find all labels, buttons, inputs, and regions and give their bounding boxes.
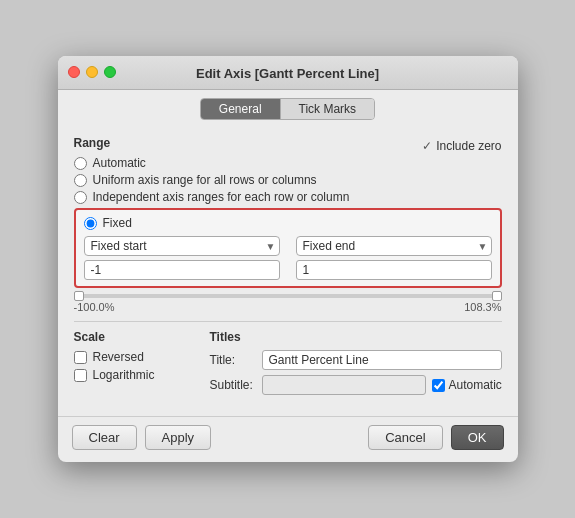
apply-button[interactable]: Apply [145,425,212,450]
maximize-button[interactable] [104,66,116,78]
ok-button[interactable]: OK [451,425,504,450]
logarithmic-checkbox[interactable] [74,369,87,382]
cancel-button[interactable]: Cancel [368,425,442,450]
scale-options: Reversed Logarithmic [74,350,194,382]
footer-left-buttons: Clear Apply [72,425,212,450]
subtitle-input[interactable] [262,375,426,395]
reversed-checkbox[interactable] [74,351,87,364]
window-controls [68,66,116,78]
auto-checkbox[interactable] [432,379,445,392]
reversed-option: Reversed [74,350,194,364]
footer-right-buttons: Cancel OK [368,425,503,450]
slider-right-label: 108.3% [464,301,501,313]
tab-group: General Tick Marks [200,98,375,120]
fixed-end-input[interactable] [296,260,492,280]
edit-axis-dialog: Edit Axis [Gantt Percent Line] General T… [58,56,518,462]
radio-automatic-input[interactable] [74,157,87,170]
tab-general[interactable]: General [201,99,281,119]
subtitle-field-row: Subtitle: Automatic [210,375,502,395]
fixed-range-box: Fixed Fixed start ▼ [74,208,502,288]
logarithmic-option: Logarithmic [74,368,194,382]
title-input[interactable] [262,350,502,370]
reversed-label: Reversed [93,350,144,364]
fixed-start-select-wrapper: Fixed start ▼ [84,236,280,256]
radio-fixed-label: Fixed [103,216,132,230]
include-zero-label-text: Include zero [436,139,501,153]
dialog-body: Range ✓ Include zero Automatic Uniform a… [58,126,518,412]
range-section: Range ✓ Include zero Automatic Uniform a… [74,136,502,313]
include-zero-option: ✓ Include zero [422,139,501,153]
radio-fixed-input[interactable] [84,217,97,230]
logarithmic-label: Logarithmic [93,368,155,382]
scale-section-label: Scale [74,330,194,344]
radio-fixed: Fixed [84,216,492,230]
slider-thumb-right[interactable] [492,291,502,301]
fixed-end-group: Fixed end ▼ [296,236,492,280]
slider-thumb-left[interactable] [74,291,84,301]
fixed-end-select[interactable]: Fixed end [296,236,492,256]
title-bar: Edit Axis [Gantt Percent Line] [58,56,518,90]
titles-section-label: Titles [210,330,502,344]
title-field-row: Title: [210,350,502,370]
radio-uniform-label: Uniform axis range for all rows or colum… [93,173,317,187]
titles-section: Titles Title: Subtitle: Automatic [210,330,502,400]
radio-automatic: Automatic [74,156,502,170]
close-button[interactable] [68,66,80,78]
radio-uniform-input[interactable] [74,174,87,187]
dialog-title: Edit Axis [Gantt Percent Line] [196,66,379,81]
range-section-label: Range [74,136,111,150]
tab-bar: General Tick Marks [58,90,518,126]
clear-button[interactable]: Clear [72,425,137,450]
radio-automatic-label: Automatic [93,156,146,170]
scale-section: Scale Reversed Logarithmic [74,330,194,400]
titles-fields: Title: Subtitle: Automatic [210,350,502,395]
radio-independent-input[interactable] [74,191,87,204]
tab-tick-marks[interactable]: Tick Marks [281,99,375,119]
slider-container: -100.0% 108.3% [74,294,502,313]
minimize-button[interactable] [86,66,98,78]
radio-independent: Independent axis ranges for each row or … [74,190,502,204]
slider-left-label: -100.0% [74,301,115,313]
fixed-start-select[interactable]: Fixed start [84,236,280,256]
auto-check-option: Automatic [432,378,502,392]
auto-label: Automatic [449,378,502,392]
slider-labels: -100.0% 108.3% [74,301,502,313]
radio-uniform: Uniform axis range for all rows or colum… [74,173,502,187]
fixed-start-input[interactable] [84,260,280,280]
range-slider-track[interactable] [74,294,502,298]
fixed-end-select-wrapper: Fixed end ▼ [296,236,492,256]
subtitle-field-label: Subtitle: [210,378,256,392]
title-field-label: Title: [210,353,256,367]
dialog-footer: Clear Apply Cancel OK [58,416,518,462]
radio-independent-label: Independent axis ranges for each row or … [93,190,350,204]
bottom-sections: Scale Reversed Logarithmic Titles [74,330,502,400]
fixed-inputs-row: Fixed start ▼ Fixed end ▼ [84,236,492,280]
section-divider [74,321,502,322]
fixed-start-group: Fixed start ▼ [84,236,280,280]
